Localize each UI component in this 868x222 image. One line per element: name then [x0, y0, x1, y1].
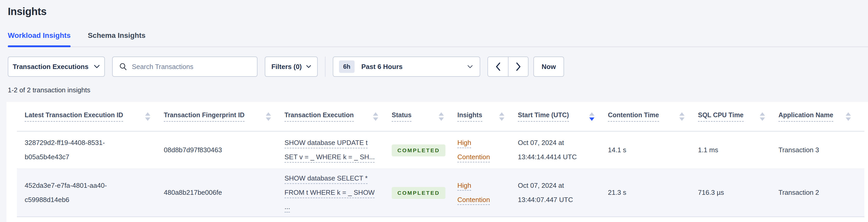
- transaction-execution-link[interactable]: SHOW database SELECT * FROM t WHERE k = …: [284, 171, 375, 214]
- toolbar-divider: [325, 57, 326, 77]
- chevron-down-icon: [94, 65, 100, 69]
- time-range-pager: [488, 57, 528, 77]
- filters-label: Filters (0): [271, 63, 302, 71]
- tab-bar: Workload Insights Schema Insights: [8, 31, 868, 47]
- status-badge: COMPLETED: [392, 187, 445, 199]
- sort-icon[interactable]: [760, 112, 765, 121]
- sql-cpu-time: 1.1 ms: [698, 131, 778, 168]
- results-count: 1-2 of 2 transaction insights: [8, 86, 868, 94]
- transaction-insights-table: Latest Transaction Execution ID Transact…: [17, 102, 864, 217]
- column-header-sql-cpu-time[interactable]: SQL CPU Time: [698, 102, 778, 131]
- column-header-application-name[interactable]: Application Name: [778, 102, 864, 131]
- table-row: 328729d2-ff19-4408-8531- b05a5b4e43c7 08…: [17, 131, 864, 168]
- column-header-status[interactable]: Status: [392, 102, 457, 131]
- application-name: Transaction 3: [778, 131, 864, 168]
- filter-toolbar: Transaction Executions Filters (0) 6h Pa…: [8, 57, 868, 77]
- tab-schema-insights[interactable]: Schema Insights: [88, 31, 146, 46]
- filters-button[interactable]: Filters (0): [265, 57, 318, 77]
- latest-transaction-execution-id: 452da3e7-e7fa-4801-aa40- c59988d14eb6: [17, 168, 164, 217]
- now-button[interactable]: Now: [533, 57, 564, 77]
- column-header-latest-transaction-execution-id[interactable]: Latest Transaction Execution ID: [17, 102, 164, 131]
- table-header-row: Latest Transaction Execution ID Transact…: [17, 102, 864, 131]
- sort-icon-active-desc[interactable]: [589, 112, 594, 121]
- search-box[interactable]: [112, 57, 257, 77]
- next-time-range-button[interactable]: [508, 57, 528, 76]
- latest-transaction-execution-id: 328729d2-ff19-4408-8531- b05a5b4e43c7: [17, 131, 164, 168]
- column-header-transaction-execution[interactable]: Transaction Execution: [284, 102, 392, 131]
- sort-icon[interactable]: [373, 112, 378, 121]
- caret-left-icon: [495, 62, 501, 71]
- chevron-down-icon: [467, 65, 473, 69]
- table-row: 452da3e7-e7fa-4801-aa40- c59988d14eb6 48…: [17, 168, 864, 217]
- column-header-contention-time[interactable]: Contention Time: [608, 102, 698, 131]
- column-header-start-time[interactable]: Start Time (UTC): [518, 102, 608, 131]
- report-type-select[interactable]: Transaction Executions: [8, 57, 105, 77]
- contention-time: 14.1 s: [608, 131, 698, 168]
- insights-table-card: Latest Transaction Execution ID Transact…: [6, 102, 868, 222]
- page-header: Insights Workload Insights Schema Insigh…: [0, 0, 868, 94]
- time-range-label: Past 6 Hours: [361, 63, 403, 71]
- column-header-transaction-fingerprint-id[interactable]: Transaction Fingerprint ID: [164, 102, 284, 131]
- sort-icon[interactable]: [499, 112, 504, 121]
- status-badge: COMPLETED: [392, 145, 445, 156]
- search-icon: [119, 63, 127, 71]
- transaction-fingerprint-id: 480a8b217be006fe: [164, 168, 284, 217]
- page-title: Insights: [8, 6, 868, 18]
- sort-icon[interactable]: [266, 112, 271, 121]
- sort-icon[interactable]: [439, 112, 444, 121]
- start-time: Oct 07, 2024 at 13:44:07.447 UTC: [518, 168, 608, 217]
- previous-time-range-button[interactable]: [488, 57, 508, 76]
- sort-icon[interactable]: [846, 112, 851, 121]
- sort-icon[interactable]: [145, 112, 150, 121]
- transaction-execution-link[interactable]: SHOW database UPDATE t SET v = _ WHERE k…: [284, 136, 375, 164]
- start-time: Oct 07, 2024 at 13:44:14.4414 UTC: [518, 131, 608, 168]
- application-name: Transaction 2: [778, 168, 864, 217]
- insight-link-high-contention[interactable]: High Contention: [457, 136, 500, 164]
- tab-workload-insights[interactable]: Workload Insights: [8, 31, 71, 46]
- chevron-down-icon: [306, 65, 311, 68]
- time-range-select[interactable]: 6h Past 6 Hours: [333, 57, 480, 77]
- search-input[interactable]: [132, 63, 251, 71]
- time-range-badge: 6h: [339, 60, 354, 73]
- report-type-label: Transaction Executions: [13, 63, 89, 71]
- contention-time: 21.3 s: [608, 168, 698, 217]
- transaction-fingerprint-id: 08d8b7d97f830463: [164, 131, 284, 168]
- sql-cpu-time: 716.3 µs: [698, 168, 778, 217]
- insight-link-high-contention[interactable]: High Contention: [457, 179, 500, 207]
- column-header-insights[interactable]: Insights: [457, 102, 518, 131]
- caret-right-icon: [516, 62, 521, 71]
- sort-icon[interactable]: [679, 112, 684, 121]
